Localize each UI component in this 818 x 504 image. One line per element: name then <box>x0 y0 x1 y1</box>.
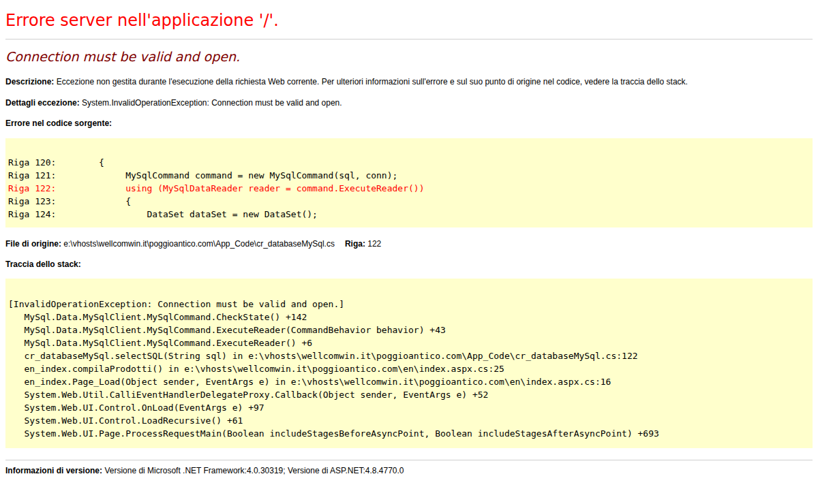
source-code-block: Riga 120: {Riga 121: MySqlCommand comman… <box>5 138 813 227</box>
line-number-value: 122 <box>367 239 381 249</box>
source-file-path: e:\vhosts\wellcomwin.it\poggioantico.com… <box>63 239 335 249</box>
stack-trace-line: MySql.Data.MySqlClient.MySqlCommand.Chec… <box>8 311 810 324</box>
source-code-line: Riga 120: { <box>8 156 810 169</box>
version-info-label: Informazioni di versione: <box>5 466 102 475</box>
exception-details-text: System.InvalidOperationException: Connec… <box>82 98 342 108</box>
description-text: Eccezione non gestita durante l'esecuzio… <box>57 77 688 86</box>
error-page: Errore server nell'applicazione '/'. Con… <box>0 0 818 476</box>
stack-trace-line: System.Web.UI.Control.OnLoad(EventArgs e… <box>8 401 810 414</box>
stack-trace-line: MySql.Data.MySqlClient.MySqlCommand.Exec… <box>8 336 810 349</box>
source-error-heading: Errore nel codice sorgente: <box>5 119 813 129</box>
version-info-text: Versione di Microsoft .NET Framework:4.0… <box>104 466 404 475</box>
stack-trace-line: System.Web.UI.Control.LoadRecursive() +6… <box>8 414 810 427</box>
top-divider <box>5 39 813 40</box>
source-code-line: Riga 124: DataSet dataSet = new DataSet(… <box>8 208 810 221</box>
stack-trace-line: MySql.Data.MySqlClient.MySqlCommand.Exec… <box>8 324 810 336</box>
stack-trace-line: System.Web.Util.CalliEventHandlerDelegat… <box>8 388 810 401</box>
line-number-label: Riga: <box>345 239 365 249</box>
page-title: Errore server nell'applicazione '/'. <box>5 0 813 31</box>
source-file-line: File di origine: e:\vhosts\wellcomwin.it… <box>5 239 813 249</box>
exception-details-line: Dettagli eccezione: System.InvalidOperat… <box>5 98 813 108</box>
stack-trace-line: System.Web.UI.Page.ProcessRequestMain(Bo… <box>8 427 810 440</box>
stack-trace-heading: Traccia dello stack: <box>5 259 813 270</box>
error-subtitle: Connection must be valid and open. <box>5 49 813 65</box>
bottom-divider <box>5 460 813 460</box>
description-line: Descrizione: Eccezione non gestita duran… <box>5 77 813 87</box>
version-info-line: Informazioni di versione: Versione di Mi… <box>5 466 813 476</box>
source-code-line: Riga 123: { <box>8 195 810 208</box>
source-file-label: File di origine: <box>5 239 61 249</box>
stack-trace-line: cr_databaseMySql.selectSQL(String sql) i… <box>8 349 810 362</box>
source-code-line: Riga 121: MySqlCommand command = new MyS… <box>8 169 810 182</box>
stack-trace-block: [InvalidOperationException: Connection m… <box>5 279 813 448</box>
stack-trace-line: en_index.compilaProdotti() in e:\vhosts\… <box>8 362 810 375</box>
description-label: Descrizione: <box>5 77 54 86</box>
stack-trace-line: [InvalidOperationException: Connection m… <box>8 298 810 311</box>
stack-trace-line: en_index.Page_Load(Object sender, EventA… <box>8 375 810 388</box>
exception-details-label: Dettagli eccezione: <box>5 98 80 108</box>
source-code-line: Riga 122: using (MySqlDataReader reader … <box>8 182 810 195</box>
